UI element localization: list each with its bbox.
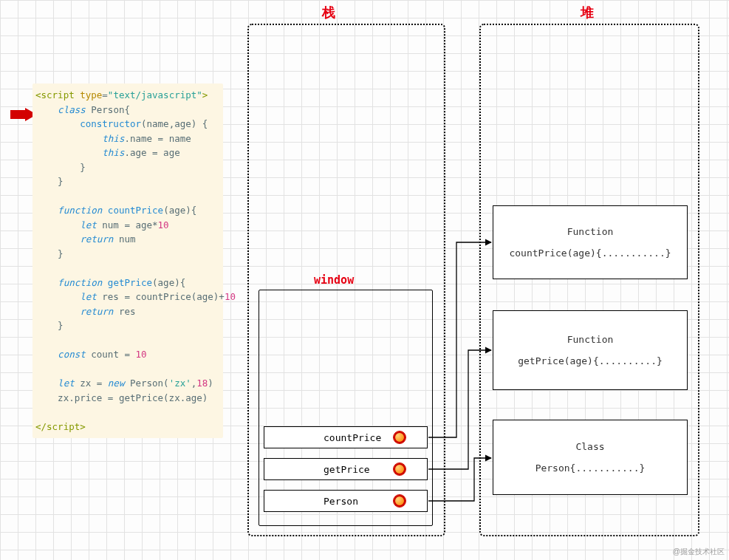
connector-lines xyxy=(0,0,729,560)
watermark: @掘金技术社区 xyxy=(673,547,725,557)
